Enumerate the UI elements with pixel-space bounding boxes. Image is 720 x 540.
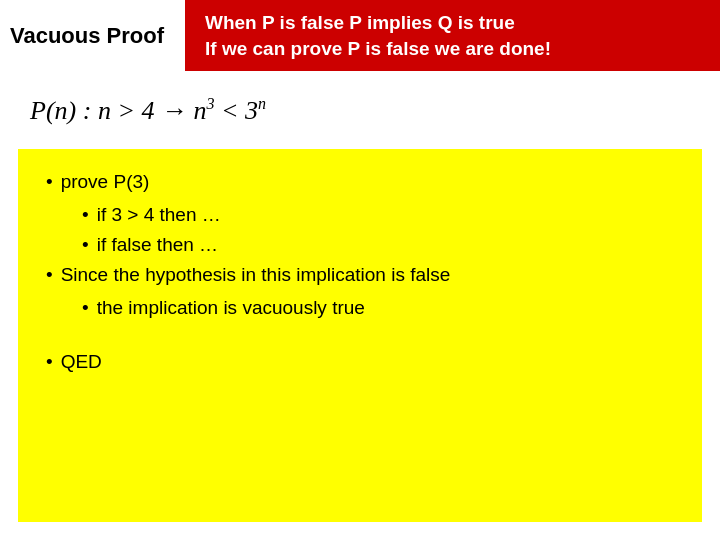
bullet-dot-1: • — [46, 167, 53, 197]
bullet-dot-1b: • — [82, 230, 89, 260]
red-line1: When P is false P implies Q is true — [205, 10, 551, 36]
bullet-dot-1a: • — [82, 200, 89, 230]
page: Vacuous Proof When P is false P implies … — [0, 0, 720, 540]
yellow-box: • prove P(3) • if 3 > 4 then … • if fals… — [18, 149, 702, 522]
formula: P(n) : n > 4 → n3 < 3n — [30, 95, 266, 126]
bullet-dot-2a: • — [82, 293, 89, 323]
bullet-since-text: Since the hypothesis in this implication… — [61, 260, 451, 290]
page-title: Vacuous Proof — [10, 23, 164, 49]
bullet-if-3gt4: • if 3 > 4 then … — [82, 200, 678, 230]
header-row: Vacuous Proof When P is false P implies … — [0, 0, 720, 71]
bullet-dot-qed: • — [46, 347, 53, 377]
bullet-vacuous-text: the implication is vacuously true — [97, 293, 365, 323]
bullet-section-2: • Since the hypothesis in this implicati… — [46, 260, 678, 323]
formula-row: P(n) : n > 4 → n3 < 3n — [0, 71, 720, 141]
red-line2: If we can prove P is false we are done! — [205, 36, 551, 62]
bullet-if-false: • if false then … — [82, 230, 678, 260]
bullet-qed: • QED — [46, 347, 678, 377]
bullet-since: • Since the hypothesis in this implicati… — [46, 260, 678, 290]
bullet-prove-p3: • prove P(3) — [46, 167, 678, 197]
bullet-section-1: • prove P(3) • if 3 > 4 then … • if fals… — [46, 167, 678, 260]
bullet-qed-text: QED — [61, 347, 102, 377]
bullet-if-false-text: if false then … — [97, 230, 218, 260]
bullet-prove-p3-text: prove P(3) — [61, 167, 150, 197]
bullet-dot-2: • — [46, 260, 53, 290]
red-box: When P is false P implies Q is true If w… — [185, 0, 720, 71]
title-box: Vacuous Proof — [0, 0, 185, 71]
red-box-text: When P is false P implies Q is true If w… — [205, 10, 551, 61]
bullet-if-3gt4-text: if 3 > 4 then … — [97, 200, 221, 230]
bullet-vacuous: • the implication is vacuously true — [82, 293, 678, 323]
spacer — [46, 323, 678, 337]
